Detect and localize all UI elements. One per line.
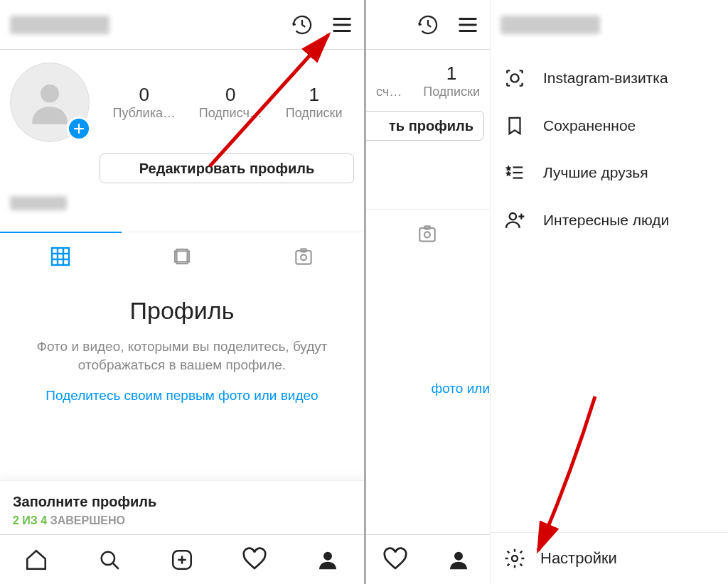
screenshot-right: сч… 1 Подписки ть профиль фото или [364, 0, 728, 584]
menu-item-saved[interactable]: Сохраненное [491, 102, 728, 149]
share-first-link[interactable]: Поделитесь своим первым фото или видео [20, 386, 344, 405]
share-first-link-partial[interactable]: фото или [364, 381, 490, 396]
display-name [0, 183, 364, 217]
side-menu: Instagram-визитка Сохраненное [490, 0, 728, 584]
nav-activity[interactable] [364, 535, 427, 584]
stat-followers-label: Подписч… [199, 106, 262, 121]
stat-posts[interactable]: 0 Публика… [112, 84, 175, 121]
close-friends-icon [502, 162, 528, 183]
empty-description: Фото и видео, которыми вы поделитесь, бу… [20, 337, 344, 374]
stat-following[interactable]: 1 Подписки [286, 84, 343, 121]
archive-icon[interactable] [416, 13, 440, 37]
stat-following[interactable]: 1 Подписки [423, 63, 480, 99]
complete-profile-title: Заполните профиль [13, 494, 351, 510]
svg-point-29 [454, 551, 463, 560]
svg-point-16 [101, 551, 114, 564]
svg-rect-26 [419, 228, 434, 242]
svg-rect-6 [52, 248, 69, 265]
username[interactable] [10, 13, 274, 37]
stat-following-label: Подписки [286, 106, 343, 121]
menu-item-label: Лучшие друзья [543, 164, 648, 181]
stat-following-count: 1 [286, 84, 343, 106]
tab-tagged[interactable] [364, 210, 490, 257]
stats-row: 0 Публика… 0 Подписч… 1 Подписки [101, 84, 354, 121]
complete-profile-card[interactable]: Заполните профиль 2 ИЗ 4 ЗАВЕРШЕНО [0, 480, 364, 534]
menu-item-label: Instagram-визитка [543, 70, 668, 87]
stat-followers-partial: сч… [376, 63, 402, 99]
underlay-profile: сч… 1 Подписки ть профиль фото или [364, 0, 490, 584]
empty-state: Профиль Фото и видео, которыми вы подели… [0, 280, 364, 405]
menu-item-settings[interactable]: Настройки [491, 532, 728, 584]
tab-feed[interactable] [122, 232, 243, 280]
stat-followers[interactable]: 0 Подписч… [199, 84, 262, 121]
menu-list: Instagram-визитка Сохраненное [491, 50, 728, 249]
nav-profile[interactable] [427, 535, 491, 584]
svg-point-34 [510, 213, 516, 220]
svg-point-21 [323, 551, 332, 560]
stat-posts-count: 0 [112, 84, 175, 106]
tab-grid[interactable] [0, 232, 122, 280]
profile-tabs [0, 232, 364, 280]
discover-people-icon [502, 209, 528, 232]
svg-point-3 [41, 85, 59, 103]
svg-point-14 [301, 254, 306, 260]
stat-posts-label: Публика… [112, 106, 175, 121]
menu-header-username [491, 0, 728, 50]
complete-profile-progress: 2 ИЗ 4 ЗАВЕРШЕНО [13, 514, 351, 527]
screenshot-left: 0 Публика… 0 Подписч… 1 Подписки Редакти… [0, 0, 364, 584]
stat-followers-count: 0 [199, 84, 262, 106]
edit-profile-button-partial[interactable]: ть профиль [364, 111, 484, 141]
settings-icon [502, 547, 528, 570]
svg-point-30 [510, 74, 518, 82]
empty-title: Профиль [20, 297, 344, 325]
menu-settings-label: Настройки [540, 549, 617, 568]
menu-item-label: Интересные люди [543, 212, 669, 229]
svg-line-17 [113, 563, 119, 568]
progress-rest: ЗАВЕРШЕНО [47, 514, 125, 526]
edit-profile-button[interactable]: Редактировать профиль [100, 153, 354, 183]
tab-tagged[interactable] [242, 232, 364, 280]
progress-done: 2 ИЗ 4 [13, 514, 47, 526]
hamburger-menu-icon[interactable] [456, 13, 480, 37]
menu-item-discover-people[interactable]: Интересные люди [491, 196, 728, 244]
svg-rect-13 [296, 251, 311, 264]
add-story-badge[interactable] [67, 117, 91, 141]
hamburger-menu-icon[interactable] [330, 13, 354, 37]
nav-profile[interactable] [291, 535, 364, 584]
menu-item-label: Сохраненное [543, 117, 636, 134]
header [0, 0, 364, 50]
nav-create[interactable] [146, 535, 218, 584]
nav-search[interactable] [73, 535, 145, 584]
nav-home[interactable] [0, 535, 73, 584]
bookmark-icon [502, 115, 528, 136]
nametag-icon [502, 67, 528, 90]
profile-header: 0 Публика… 0 Подписч… 1 Подписки [0, 50, 364, 149]
menu-item-nametag[interactable]: Instagram-визитка [491, 54, 728, 102]
archive-icon[interactable] [290, 13, 314, 37]
nav-activity[interactable] [218, 535, 291, 584]
bottom-nav [0, 534, 364, 584]
panel-divider [364, 0, 366, 584]
menu-item-close-friends[interactable]: Лучшие друзья [491, 149, 728, 196]
svg-point-27 [424, 232, 430, 237]
avatar[interactable] [10, 63, 97, 142]
svg-point-37 [512, 556, 518, 561]
